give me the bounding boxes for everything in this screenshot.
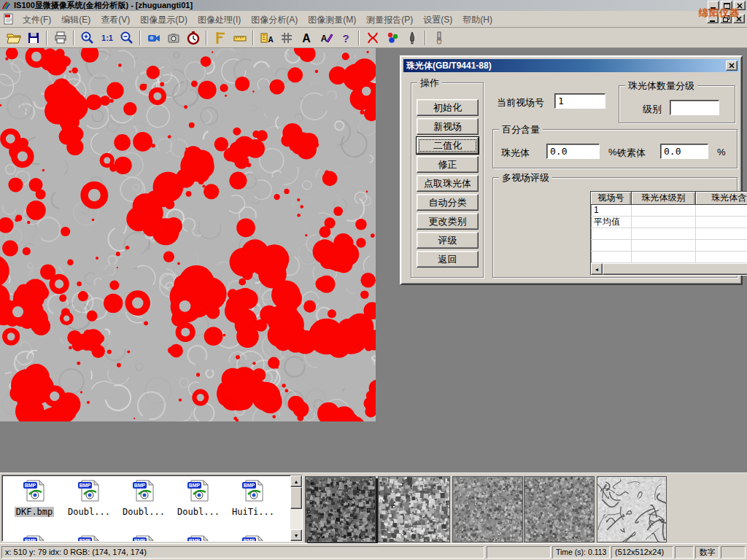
mdi-close-icon[interactable]	[733, 14, 745, 23]
svg-text:BMP: BMP	[25, 538, 36, 542]
sample-thumbnail-5[interactable]	[597, 476, 667, 542]
file-scrollbar-thumb[interactable]	[290, 487, 302, 509]
bmp-file-icon: BMP	[77, 480, 101, 502]
operations-group-label: 操作	[417, 77, 442, 90]
op-button-8[interactable]: 评级	[417, 232, 479, 249]
table-column-header[interactable]: 珠光体含量(%)	[696, 192, 747, 205]
op-button-4[interactable]: 修正	[417, 156, 479, 173]
file-item-partial[interactable]: BMP	[8, 535, 61, 542]
sample-thumbnail-3[interactable]	[452, 476, 523, 542]
menu-item[interactable]: 编辑(E)	[56, 12, 96, 27]
percent-group-label: 百分含量	[499, 123, 543, 136]
scroll-up-icon[interactable]: ▲	[290, 475, 302, 487]
table-row[interactable]	[591, 252, 747, 263]
mdi-child-controls	[705, 14, 745, 23]
op-button-7[interactable]: 更改类别	[417, 213, 479, 230]
table-horizontal-scrollbar: ◄ ►	[591, 263, 747, 275]
svg-text:BMP: BMP	[244, 538, 255, 542]
file-item-partial[interactable]: BMP	[117, 535, 170, 542]
annotate-icon[interactable]: A	[316, 29, 336, 47]
menu-item[interactable]: 图像分析(A)	[246, 12, 303, 27]
file-item[interactable]: BMPHuiTi...	[227, 480, 279, 518]
scrollbar-thumb[interactable]	[603, 263, 747, 275]
camera-icon[interactable]	[163, 29, 183, 47]
menu-item[interactable]: 文件(F)	[18, 12, 56, 27]
toolbar-separator	[252, 31, 254, 45]
op-button-1[interactable]: 初始化	[417, 99, 479, 116]
curve-cut-icon[interactable]	[363, 29, 382, 47]
bmp-file-icon: BMP	[186, 535, 211, 542]
text-icon[interactable]: A	[296, 29, 316, 47]
scroll-down-icon[interactable]: ▼	[290, 529, 302, 541]
mdi-restore-icon[interactable]	[720, 14, 732, 23]
timer-icon[interactable]	[183, 29, 203, 47]
menu-item[interactable]: 设置(S)	[418, 12, 457, 27]
particles-icon[interactable]	[382, 29, 402, 47]
close-icon[interactable]	[734, 1, 746, 10]
table-column-header[interactable]: 视场号	[591, 192, 632, 205]
sample-thumbnail-1[interactable]	[305, 476, 376, 542]
file-item-partial[interactable]: BMP	[227, 535, 279, 542]
op-button-2[interactable]: 新视场	[417, 118, 479, 135]
pen-icon[interactable]	[402, 29, 422, 47]
minimize-icon[interactable]	[708, 1, 719, 10]
svg-text:A: A	[320, 34, 327, 44]
measure-text-icon[interactable]: A	[257, 29, 276, 47]
current-field-input[interactable]	[554, 93, 605, 109]
status-mode: 数字	[695, 546, 719, 559]
menu-item[interactable]: 测量报告(P)	[361, 12, 418, 27]
svg-text:BMP: BMP	[80, 538, 91, 542]
grid-icon[interactable]	[276, 29, 296, 47]
dialog-close-icon[interactable]	[726, 61, 738, 71]
video-camera-icon[interactable]	[144, 29, 163, 47]
scroll-left-icon[interactable]: ◄	[591, 263, 603, 275]
op-button-5[interactable]: 点取珠光体	[417, 175, 479, 192]
status-coordinates: x: 510 y: 79 idx: 0 RGB: (174, 174, 174)	[1, 546, 484, 559]
maximize-icon[interactable]	[721, 1, 732, 10]
file-item-partial[interactable]: BMP	[172, 535, 225, 542]
brush-icon[interactable]	[429, 29, 449, 47]
open-icon[interactable]	[4, 29, 23, 47]
status-empty-3	[721, 546, 746, 559]
toolbar-separator	[46, 31, 47, 45]
menu-item[interactable]: 帮助(H)	[457, 12, 498, 27]
mdi-minimize-icon[interactable]	[707, 14, 719, 23]
save-icon[interactable]	[23, 29, 43, 47]
table-column-header[interactable]: 珠光体级别	[632, 192, 696, 205]
help-icon[interactable]: ?	[336, 29, 355, 47]
table-row[interactable]: 10.0	[591, 205, 747, 217]
file-item[interactable]: BMPDoubl...	[172, 480, 225, 518]
zoom-out-icon[interactable]	[117, 29, 136, 47]
ruler-icon[interactable]	[230, 29, 249, 47]
menu-item[interactable]: 图像显示(D)	[135, 12, 193, 27]
sample-thumbnail-2[interactable]	[378, 476, 450, 542]
print-icon[interactable]	[50, 29, 70, 47]
micrograph-image[interactable]	[0, 48, 376, 421]
level-input[interactable]	[670, 100, 719, 115]
pearlite-percent-input[interactable]	[546, 144, 600, 159]
op-button-6[interactable]: 自动分类	[417, 194, 479, 211]
file-item[interactable]: BMPDoubl...	[117, 480, 170, 518]
dialog-title-bar[interactable]: 珠光体(GB/T9441-88)	[403, 59, 739, 72]
menu-items: 文件(F)编辑(E)查看(V)图像显示(D)图像处理(I)图像分析(A)图像测量…	[18, 12, 498, 26]
table-row[interactable]	[591, 240, 747, 252]
file-item-partial[interactable]: BMP	[63, 535, 115, 542]
caliper-icon[interactable]	[210, 29, 230, 47]
toolbar-separator	[206, 31, 207, 45]
table-row[interactable]	[591, 228, 747, 240]
sample-thumbnail-4[interactable]	[524, 476, 595, 542]
table-row[interactable]: 平均值0.0	[591, 217, 747, 228]
file-item[interactable]: BMPDoubl...	[63, 480, 115, 518]
svg-text:?: ?	[342, 32, 349, 44]
multi-field-group: 多视场评级 视场号珠光体级别珠光体含量(%)铁素体含量(%) 10.0平均值0.…	[492, 177, 738, 278]
menu-item[interactable]: 图像测量(M)	[303, 12, 361, 27]
menu-item[interactable]: 查看(V)	[96, 12, 135, 27]
table-body: 10.0平均值0.0	[591, 205, 747, 263]
one-to-one-icon[interactable]: 1:1	[97, 29, 117, 47]
op-button-9[interactable]: 返回	[417, 251, 479, 268]
op-button-3[interactable]: 二值化	[417, 137, 479, 154]
ferrite-percent-input[interactable]	[660, 144, 708, 159]
file-item[interactable]: BMPDKF.bmp	[8, 480, 61, 518]
zoom-in-icon[interactable]	[77, 29, 97, 47]
menu-item[interactable]: 图像处理(I)	[193, 12, 246, 27]
